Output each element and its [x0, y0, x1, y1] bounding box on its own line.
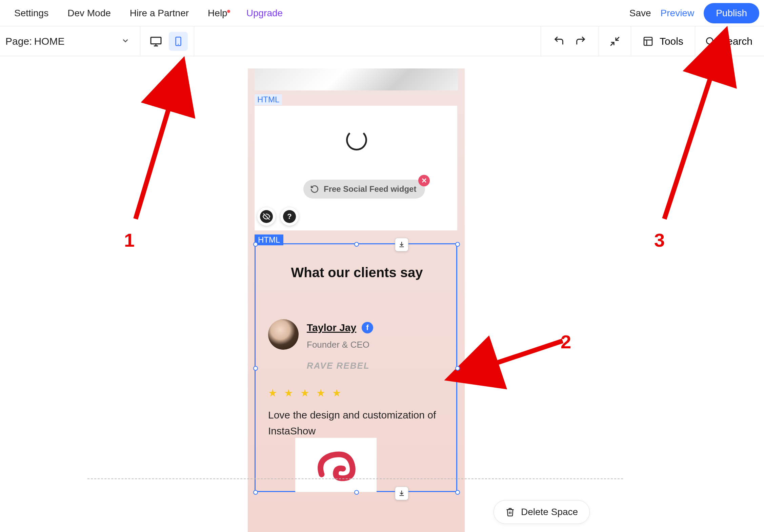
- question-icon: ?: [283, 210, 296, 223]
- hire-partner-menu[interactable]: Hire a Partner: [120, 8, 198, 19]
- svg-line-15: [136, 83, 176, 219]
- client-name-link[interactable]: Taylor Jay: [307, 322, 356, 333]
- help-menu[interactable]: Help: [198, 8, 237, 19]
- download-icon: [398, 241, 405, 248]
- svg-point-10: [706, 38, 713, 44]
- html-block-label: HTML: [255, 94, 282, 105]
- toolbar-right: Tools Search: [541, 26, 764, 56]
- section-guideline: [87, 478, 623, 479]
- publish-button[interactable]: Publish: [704, 3, 759, 23]
- anchor-bottom-button[interactable]: [395, 487, 408, 500]
- resize-handle[interactable]: [253, 490, 258, 495]
- settings-menu[interactable]: Settings: [5, 8, 58, 19]
- upgrade-menu[interactable]: Upgrade: [237, 8, 292, 19]
- layout-icon: [643, 36, 654, 47]
- top-menu-bar: Settings Dev Mode Hire a Partner Help Up…: [0, 0, 764, 26]
- resize-handle[interactable]: [455, 242, 460, 247]
- close-pill-button[interactable]: ✕: [418, 175, 430, 186]
- facebook-badge-icon[interactable]: f: [362, 322, 373, 333]
- svg-rect-0: [151, 37, 161, 44]
- eye-off-icon: [260, 210, 273, 223]
- resize-handle[interactable]: [253, 242, 258, 247]
- mobile-view-button[interactable]: [169, 32, 188, 51]
- desktop-icon: [150, 35, 162, 47]
- dev-mode-menu[interactable]: Dev Mode: [58, 8, 120, 19]
- save-button[interactable]: Save: [629, 8, 651, 19]
- resize-handle[interactable]: [354, 490, 359, 495]
- annotation-arrow-3: [654, 46, 732, 226]
- svg-line-16: [471, 341, 563, 371]
- close-icon: ✕: [421, 177, 427, 185]
- undo-icon: [553, 35, 565, 46]
- review-text: Love the design and customization of Ins…: [268, 407, 444, 439]
- tools-button[interactable]: Tools: [631, 26, 695, 56]
- hero-image-placeholder: [255, 68, 458, 90]
- html-block-label-selected: HTML: [255, 234, 283, 245]
- resize-handle[interactable]: [455, 366, 460, 371]
- widget-pill-label: Free Social Feed widget: [324, 184, 416, 194]
- editor-canvas[interactable]: HTML Free Social Feed widget ✕ ? HTML: [0, 56, 764, 532]
- mobile-icon: [173, 35, 183, 47]
- svg-line-17: [664, 53, 719, 219]
- brand-logo-box: [295, 438, 377, 492]
- svg-line-11: [712, 43, 714, 45]
- annotation-number-2: 2: [561, 331, 571, 353]
- undo-redo-group: [541, 26, 599, 56]
- brand-swirl-icon: [312, 441, 360, 489]
- search-button[interactable]: Search: [695, 26, 764, 56]
- page-name: HOME: [34, 36, 64, 47]
- testimonials-heading: What our clients say: [269, 265, 445, 280]
- top-menu-left: Settings Dev Mode Hire a Partner Help Up…: [5, 8, 292, 19]
- resize-handle[interactable]: [354, 242, 359, 247]
- preview-button[interactable]: Preview: [661, 8, 695, 19]
- star-rating: ★ ★ ★ ★ ★: [268, 387, 343, 399]
- redo-icon: [575, 35, 586, 46]
- redo-button[interactable]: [575, 35, 586, 48]
- svg-line-6: [610, 42, 614, 45]
- annotation-arrow-2: [461, 334, 576, 382]
- loading-spinner-icon: [346, 129, 367, 150]
- svg-line-5: [616, 37, 619, 40]
- notification-dot-icon: [227, 10, 230, 13]
- mobile-preview-frame[interactable]: HTML Free Social Feed widget ✕ ? HTML: [248, 68, 465, 532]
- trash-icon: [505, 507, 515, 517]
- client-company-logo: RAVE REBEL: [307, 361, 370, 371]
- page-selector[interactable]: Page: HOME: [0, 26, 140, 56]
- client-role-text: Founder & CEO: [307, 340, 369, 350]
- delete-space-label: Delete Space: [521, 507, 578, 517]
- resize-handle[interactable]: [455, 490, 460, 495]
- device-toggle: [140, 26, 194, 56]
- download-icon: [398, 490, 405, 497]
- tools-label: Tools: [660, 36, 683, 47]
- refresh-icon: [310, 185, 319, 193]
- editor-toolbar: Page: HOME Tools Se: [0, 26, 764, 56]
- collapse-icon: [609, 36, 621, 47]
- element-help-button[interactable]: ?: [280, 207, 299, 226]
- search-icon: [705, 36, 716, 47]
- resize-handle[interactable]: [253, 366, 258, 371]
- top-menu-right: Save Preview Publish: [629, 3, 759, 23]
- chevron-down-icon: [121, 36, 130, 46]
- search-label: Search: [720, 36, 752, 47]
- page-label: Page:: [5, 36, 32, 47]
- annotation-number-1: 1: [124, 229, 135, 251]
- anchor-top-button[interactable]: [395, 238, 408, 251]
- collapse-button[interactable]: [599, 26, 631, 56]
- widget-info-pill[interactable]: Free Social Feed widget ✕: [303, 180, 425, 199]
- undo-button[interactable]: [553, 35, 565, 48]
- hide-element-button[interactable]: [257, 207, 276, 226]
- desktop-view-button[interactable]: [146, 32, 165, 51]
- svg-rect-7: [644, 37, 652, 45]
- annotation-arrow-1: [129, 70, 197, 226]
- client-avatar: [268, 319, 299, 350]
- help-label: Help: [208, 8, 227, 18]
- delete-space-button[interactable]: Delete Space: [494, 500, 590, 524]
- annotation-number-3: 3: [654, 229, 665, 251]
